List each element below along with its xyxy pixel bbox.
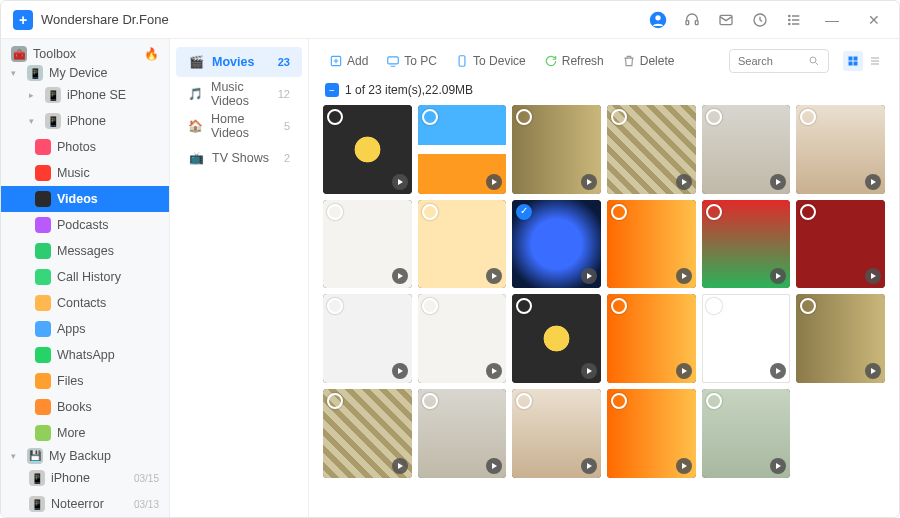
device-item-videos[interactable]: Videos [1, 186, 169, 212]
device-item-books[interactable]: Books [1, 394, 169, 420]
select-circle[interactable] [327, 204, 343, 220]
select-circle[interactable] [422, 298, 438, 314]
play-icon[interactable] [676, 268, 692, 284]
play-icon[interactable] [392, 174, 408, 190]
device-item-whatsapp[interactable]: WhatsApp [1, 342, 169, 368]
video-thumbnail[interactable] [323, 105, 412, 194]
search-input[interactable] [729, 49, 829, 73]
video-thumbnail[interactable] [418, 294, 507, 383]
play-icon[interactable] [770, 174, 786, 190]
category-movies[interactable]: 🎬Movies23 [176, 47, 302, 77]
video-thumbnail[interactable] [702, 389, 791, 478]
category-music-videos[interactable]: 🎵Music Videos12 [176, 79, 302, 109]
backup-row[interactable]: 📱Noteerror03/13 [1, 491, 169, 517]
podcasts-icon [35, 217, 51, 233]
headset-icon[interactable] [683, 11, 701, 29]
select-circle[interactable] [706, 204, 722, 220]
backup-row[interactable]: 📱iPhone03/15 [1, 465, 169, 491]
play-icon[interactable] [865, 363, 881, 379]
select-circle[interactable] [422, 109, 438, 125]
add-button[interactable]: Add [323, 51, 374, 71]
device-item-podcasts[interactable]: Podcasts [1, 212, 169, 238]
close-icon[interactable]: ✕ [861, 11, 887, 29]
video-thumbnail[interactable] [512, 105, 601, 194]
select-circle[interactable] [611, 393, 627, 409]
device-item-messages[interactable]: Messages [1, 238, 169, 264]
play-icon[interactable] [392, 268, 408, 284]
device-item-photos[interactable]: Photos [1, 134, 169, 160]
sidebar-my-backup[interactable]: ▾ 💾 My Backup [1, 446, 169, 465]
video-thumbnail[interactable] [323, 200, 412, 289]
play-icon[interactable] [486, 458, 502, 474]
play-icon[interactable] [770, 458, 786, 474]
select-circle[interactable] [327, 109, 343, 125]
play-icon[interactable] [581, 363, 597, 379]
sidebar-my-device[interactable]: ▾ 📱 My Device [1, 64, 169, 83]
device-item-call-history[interactable]: Call History [1, 264, 169, 290]
video-thumbnail[interactable] [702, 294, 791, 383]
video-thumbnail[interactable] [702, 200, 791, 289]
video-thumbnail[interactable] [702, 105, 791, 194]
video-thumbnail[interactable] [323, 389, 412, 478]
play-icon[interactable] [486, 174, 502, 190]
photos-icon [35, 139, 51, 155]
play-icon[interactable] [676, 458, 692, 474]
video-thumbnail[interactable] [418, 105, 507, 194]
select-circle[interactable] [327, 393, 343, 409]
video-thumbnail[interactable] [607, 389, 696, 478]
play-icon[interactable] [392, 363, 408, 379]
delete-button[interactable]: Delete [616, 51, 681, 71]
device-item-apps[interactable]: Apps [1, 316, 169, 342]
video-thumbnail[interactable] [607, 200, 696, 289]
video-thumbnail[interactable] [796, 105, 885, 194]
sidebar-toolbox[interactable]: 🧰 Toolbox 🔥 [1, 45, 169, 64]
device-item-more[interactable]: More [1, 420, 169, 446]
select-circle[interactable] [706, 393, 722, 409]
device-item-music[interactable]: Music [1, 160, 169, 186]
to-pc-button[interactable]: To PC [380, 51, 443, 71]
device-row[interactable]: ▸📱iPhone SE [1, 82, 169, 108]
video-thumbnail[interactable] [796, 294, 885, 383]
video-thumbnail[interactable] [796, 200, 885, 289]
grid-view-button[interactable] [843, 51, 863, 71]
play-icon[interactable] [392, 458, 408, 474]
video-thumbnail[interactable] [418, 389, 507, 478]
list-view-button[interactable] [865, 51, 885, 71]
app-title: Wondershare Dr.Fone [41, 12, 169, 27]
list-icon[interactable] [785, 11, 803, 29]
select-circle[interactable] [706, 298, 722, 314]
select-circle[interactable] [516, 204, 532, 220]
select-circle[interactable] [706, 109, 722, 125]
user-icon[interactable] [649, 11, 667, 29]
device-item-contacts[interactable]: Contacts [1, 290, 169, 316]
minimize-icon[interactable]: — [819, 11, 845, 29]
category-home-videos[interactable]: 🏠Home Videos5 [176, 111, 302, 141]
select-circle[interactable] [611, 204, 627, 220]
select-circle[interactable] [800, 204, 816, 220]
history-icon[interactable] [751, 11, 769, 29]
video-thumbnail[interactable] [607, 105, 696, 194]
select-circle[interactable] [422, 393, 438, 409]
play-icon[interactable] [581, 174, 597, 190]
video-thumbnail[interactable] [418, 200, 507, 289]
category-tv-shows[interactable]: 📺TV Shows2 [176, 143, 302, 173]
refresh-button[interactable]: Refresh [538, 51, 610, 71]
device-item-files[interactable]: Files [1, 368, 169, 394]
mail-icon[interactable] [717, 11, 735, 29]
play-icon[interactable] [676, 174, 692, 190]
video-thumbnail[interactable] [607, 294, 696, 383]
partial-check-icon[interactable]: − [325, 83, 339, 97]
video-thumbnail[interactable] [323, 294, 412, 383]
to-device-button[interactable]: To Device [449, 51, 532, 71]
select-circle[interactable] [422, 204, 438, 220]
search-field[interactable] [738, 55, 808, 67]
video-thumbnail[interactable] [512, 200, 601, 289]
play-icon[interactable] [865, 174, 881, 190]
play-icon[interactable] [676, 363, 692, 379]
search-icon [808, 54, 820, 68]
device-row[interactable]: ▾📱iPhone [1, 108, 169, 134]
video-thumbnail[interactable] [512, 389, 601, 478]
select-circle[interactable] [611, 109, 627, 125]
play-icon[interactable] [581, 458, 597, 474]
video-thumbnail[interactable] [512, 294, 601, 383]
